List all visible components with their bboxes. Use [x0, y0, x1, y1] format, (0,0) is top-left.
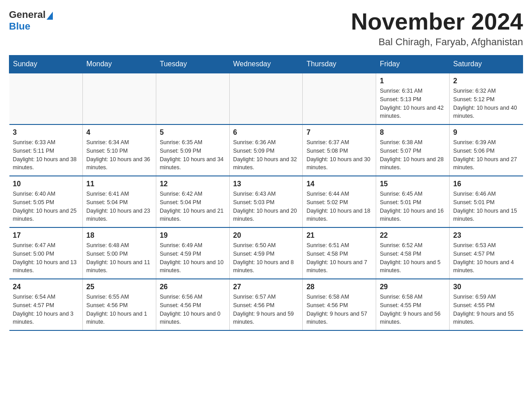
day-number: 6	[233, 128, 299, 137]
calendar-cell: 19Sunrise: 6:49 AMSunset: 4:59 PMDayligh…	[156, 227, 229, 279]
day-number: 11	[86, 180, 152, 188]
day-number: 7	[306, 128, 372, 137]
day-number: 4	[86, 128, 152, 137]
day-info: Sunrise: 6:49 AMSunset: 4:59 PMDaylight:…	[160, 241, 226, 275]
calendar-cell: 24Sunrise: 6:54 AMSunset: 4:57 PMDayligh…	[9, 279, 83, 330]
calendar-table: SundayMondayTuesdayWednesdayThursdayFrid…	[9, 55, 523, 331]
day-info: Sunrise: 6:45 AMSunset: 5:01 PMDaylight:…	[380, 190, 446, 223]
calendar-cell: 22Sunrise: 6:52 AMSunset: 4:58 PMDayligh…	[376, 227, 450, 279]
day-number: 12	[160, 180, 226, 188]
day-info: Sunrise: 6:46 AMSunset: 5:01 PMDaylight:…	[453, 190, 519, 223]
day-number: 1	[380, 77, 446, 85]
day-number: 18	[86, 231, 152, 240]
calendar-cell: 17Sunrise: 6:47 AMSunset: 5:00 PMDayligh…	[9, 227, 83, 279]
calendar-cell: 15Sunrise: 6:45 AMSunset: 5:01 PMDayligh…	[376, 176, 450, 227]
day-number: 26	[160, 283, 226, 291]
day-number: 13	[233, 180, 299, 188]
day-info: Sunrise: 6:58 AMSunset: 4:55 PMDaylight:…	[380, 293, 446, 326]
day-info: Sunrise: 6:56 AMSunset: 4:56 PMDaylight:…	[160, 293, 226, 326]
day-info: Sunrise: 6:40 AMSunset: 5:05 PMDaylight:…	[13, 190, 79, 223]
weekday-header-friday: Friday	[376, 56, 450, 73]
calendar-cell: 25Sunrise: 6:55 AMSunset: 4:56 PMDayligh…	[82, 279, 156, 330]
calendar-cell: 9Sunrise: 6:39 AMSunset: 5:06 PMDaylight…	[450, 124, 523, 176]
calendar-cell: 28Sunrise: 6:58 AMSunset: 4:56 PMDayligh…	[303, 279, 376, 330]
day-info: Sunrise: 6:54 AMSunset: 4:57 PMDaylight:…	[13, 293, 79, 326]
calendar-cell: 14Sunrise: 6:44 AMSunset: 5:02 PMDayligh…	[303, 176, 376, 227]
day-number: 17	[13, 231, 79, 240]
day-info: Sunrise: 6:59 AMSunset: 4:55 PMDaylight:…	[453, 293, 519, 326]
day-number: 27	[233, 283, 299, 291]
day-number: 20	[233, 231, 299, 240]
day-number: 21	[306, 231, 372, 240]
week-row-4: 17Sunrise: 6:47 AMSunset: 5:00 PMDayligh…	[9, 227, 523, 279]
location-title: Bal Chiragh, Faryab, Afghanistan	[351, 36, 523, 48]
day-number: 16	[453, 180, 519, 188]
day-info: Sunrise: 6:33 AMSunset: 5:11 PMDaylight:…	[13, 138, 79, 172]
weekday-header-thursday: Thursday	[303, 56, 376, 73]
calendar-cell: 10Sunrise: 6:40 AMSunset: 5:05 PMDayligh…	[9, 176, 83, 227]
day-info: Sunrise: 6:37 AMSunset: 5:08 PMDaylight:…	[306, 138, 372, 172]
logo-triangle-icon	[47, 12, 53, 20]
weekday-header-row: SundayMondayTuesdayWednesdayThursdayFrid…	[9, 56, 523, 73]
day-number: 24	[13, 283, 79, 291]
calendar-cell: 21Sunrise: 6:51 AMSunset: 4:58 PMDayligh…	[303, 227, 376, 279]
month-title: November 2024	[351, 9, 523, 34]
calendar-cell: 4Sunrise: 6:34 AMSunset: 5:10 PMDaylight…	[82, 124, 156, 176]
weekday-header-wednesday: Wednesday	[229, 56, 303, 73]
day-info: Sunrise: 6:34 AMSunset: 5:10 PMDaylight:…	[86, 138, 152, 172]
week-row-5: 24Sunrise: 6:54 AMSunset: 4:57 PMDayligh…	[9, 279, 523, 330]
day-info: Sunrise: 6:51 AMSunset: 4:58 PMDaylight:…	[306, 241, 372, 275]
calendar-cell	[156, 73, 229, 124]
day-number: 14	[306, 180, 372, 188]
day-number: 9	[453, 128, 519, 137]
calendar-cell: 29Sunrise: 6:58 AMSunset: 4:55 PMDayligh…	[376, 279, 450, 330]
calendar-cell	[9, 73, 83, 124]
day-number: 10	[13, 180, 79, 188]
header: General Blue November 2024 Bal Chiragh, …	[9, 9, 523, 48]
day-number: 8	[380, 128, 446, 137]
calendar-cell: 3Sunrise: 6:33 AMSunset: 5:11 PMDaylight…	[9, 124, 83, 176]
day-number: 5	[160, 128, 226, 137]
day-info: Sunrise: 6:32 AMSunset: 5:12 PMDaylight:…	[453, 87, 519, 120]
day-info: Sunrise: 6:35 AMSunset: 5:09 PMDaylight:…	[160, 138, 226, 172]
calendar-cell: 1Sunrise: 6:31 AMSunset: 5:13 PMDaylight…	[376, 73, 450, 124]
day-number: 3	[13, 128, 79, 137]
calendar-cell: 7Sunrise: 6:37 AMSunset: 5:08 PMDaylight…	[303, 124, 376, 176]
day-info: Sunrise: 6:31 AMSunset: 5:13 PMDaylight:…	[380, 87, 446, 120]
day-info: Sunrise: 6:43 AMSunset: 5:03 PMDaylight:…	[233, 190, 299, 223]
day-number: 25	[86, 283, 152, 291]
day-info: Sunrise: 6:42 AMSunset: 5:04 PMDaylight:…	[160, 190, 226, 223]
day-info: Sunrise: 6:44 AMSunset: 5:02 PMDaylight:…	[306, 190, 372, 223]
calendar-cell	[82, 73, 156, 124]
day-number: 30	[453, 283, 519, 291]
calendar-cell: 13Sunrise: 6:43 AMSunset: 5:03 PMDayligh…	[229, 176, 303, 227]
logo: General Blue	[9, 9, 54, 32]
day-info: Sunrise: 6:50 AMSunset: 4:59 PMDaylight:…	[233, 241, 299, 275]
day-number: 28	[306, 283, 372, 291]
day-number: 22	[380, 231, 446, 240]
weekday-header-saturday: Saturday	[450, 56, 523, 73]
day-number: 19	[160, 231, 226, 240]
calendar-cell: 23Sunrise: 6:53 AMSunset: 4:57 PMDayligh…	[450, 227, 523, 279]
calendar-cell: 2Sunrise: 6:32 AMSunset: 5:12 PMDaylight…	[450, 73, 523, 124]
calendar-cell: 16Sunrise: 6:46 AMSunset: 5:01 PMDayligh…	[450, 176, 523, 227]
day-info: Sunrise: 6:38 AMSunset: 5:07 PMDaylight:…	[380, 138, 446, 172]
calendar-cell: 26Sunrise: 6:56 AMSunset: 4:56 PMDayligh…	[156, 279, 229, 330]
calendar-cell: 20Sunrise: 6:50 AMSunset: 4:59 PMDayligh…	[229, 227, 303, 279]
calendar-cell: 8Sunrise: 6:38 AMSunset: 5:07 PMDaylight…	[376, 124, 450, 176]
title-area: November 2024 Bal Chiragh, Faryab, Afgha…	[351, 9, 523, 48]
day-number: 29	[380, 283, 446, 291]
calendar-cell: 6Sunrise: 6:36 AMSunset: 5:09 PMDaylight…	[229, 124, 303, 176]
logo-general-text: General	[9, 9, 46, 21]
day-info: Sunrise: 6:55 AMSunset: 4:56 PMDaylight:…	[86, 293, 152, 326]
calendar-cell: 27Sunrise: 6:57 AMSunset: 4:56 PMDayligh…	[229, 279, 303, 330]
day-info: Sunrise: 6:52 AMSunset: 4:58 PMDaylight:…	[380, 241, 446, 275]
day-info: Sunrise: 6:57 AMSunset: 4:56 PMDaylight:…	[233, 293, 299, 326]
calendar-cell: 12Sunrise: 6:42 AMSunset: 5:04 PMDayligh…	[156, 176, 229, 227]
calendar-cell: 5Sunrise: 6:35 AMSunset: 5:09 PMDaylight…	[156, 124, 229, 176]
weekday-header-sunday: Sunday	[9, 56, 83, 73]
weekday-header-monday: Monday	[82, 56, 156, 73]
calendar-cell	[303, 73, 376, 124]
day-number: 15	[380, 180, 446, 188]
week-row-3: 10Sunrise: 6:40 AMSunset: 5:05 PMDayligh…	[9, 176, 523, 227]
